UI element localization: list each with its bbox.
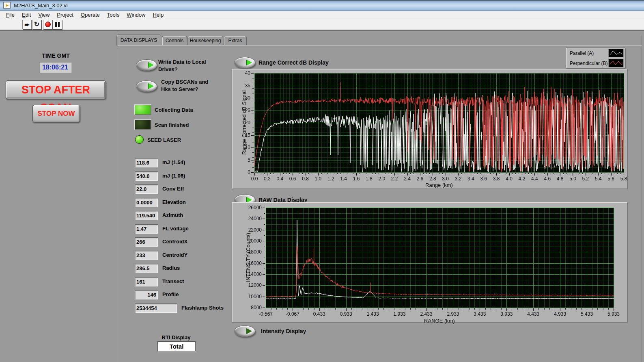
x-axis-title: RANGE (km) [387,318,492,324]
seed-laser-label: SEED LASER [147,137,181,144]
run-arrow-icon: ➨ [24,22,30,28]
value-label: Elevation [162,199,186,205]
rti-display-ring[interactable]: Total [157,341,196,351]
value-box: 22.0 [135,184,158,194]
value-label: Transect [162,278,184,284]
write-data-toggle-label: Write Data to Local Drives? [158,59,227,73]
value-box: 1.47 [135,224,158,234]
toggle-arrow-icon [247,328,252,334]
toggle-arrow-icon [149,62,154,68]
scan-finished-led [134,119,151,130]
menu-view[interactable]: View [34,11,53,18]
labview-app-icon: ➤ [3,2,11,9]
abort-button[interactable] [43,20,52,29]
value-label: CentroidY [162,252,187,258]
menu-operate[interactable]: Operate [77,11,103,18]
y-axis-title: INTENSITY (Counts) [245,209,251,306]
value-label: Azimuth [162,212,183,218]
stop-after-scan-button[interactable]: STOP AFTER SCAN [6,80,106,99]
seed-laser-led [135,135,144,144]
menu-tools[interactable]: Tools [103,11,123,18]
value-box: 233 [135,251,158,260]
value-label: FL voltage [162,225,189,232]
tab-data-displays[interactable]: DATA DISPLAYS [116,35,161,46]
scan-finished-label: Scan finished [155,121,189,129]
menu-bar: File Edit View Project Operate Tools Win… [0,11,644,19]
range-corrected-db-graph: Range Corrected dB Signal Range (km) [232,69,628,189]
tab-housekeeping[interactable]: Housekeeping [187,36,223,45]
front-panel: TIME GMT 18:06:21 STOP AFTER SCAN STOP N… [0,30,644,362]
rti-display-label: RTI Display [157,334,196,340]
value-label: Radius [162,265,180,271]
stop-now-button[interactable]: STOP NOW [32,105,80,122]
pause-icon [55,22,60,27]
time-gmt-label: TIME GMT [34,52,77,59]
menu-help[interactable]: Help [149,11,167,18]
window-title: M2HATS_Main_3.02.vi [14,2,68,9]
tab-extras[interactable]: Extras [224,36,247,45]
menu-file[interactable]: File [2,11,18,18]
value-box: 119.540 [135,211,158,220]
legend-line-sample-white[interactable] [608,49,624,57]
copy-bscans-toggle-label: Copy BSCANs and Hks to Server? [161,78,230,93]
value-label: mJ (1.54) [162,159,185,165]
value-label: mJ (1.06) [162,173,185,179]
continuous-run-icon: ↻ [34,21,39,28]
run-button[interactable]: ➨ [22,20,32,29]
menu-window[interactable]: Window [123,11,149,18]
intensity-display-label: Intensity Display [261,328,306,334]
value-label: Conv Eff [162,186,184,192]
value-box: 266 [135,237,158,247]
vi-toolbar: ➨ ↻ [0,19,644,30]
legend-parallel-a[interactable]: Parallel (A) [566,48,625,58]
pause-button[interactable] [53,20,62,29]
tab-control-right-edge [641,35,642,362]
labview-front-panel: ➤ M2HATS_Main_3.02.vi File Edit View Pro… [0,0,644,362]
value-label: Profile [162,291,179,297]
value-box: 2534454 [135,303,177,313]
toggle-arrow-icon [247,60,252,65]
tab-page-edge [118,46,642,46]
collecting-data-label: Collecting Data [155,106,193,114]
raw-data-graph: INTENSITY (Counts) RANGE (km) [232,202,628,323]
value-box: 161 [135,277,158,286]
panel-divider [118,30,118,362]
range-correct-display-toggle[interactable] [234,57,255,68]
value-box: 118.6 [135,158,158,167]
copy-bscans-toggle[interactable] [136,80,157,92]
intensity-display-toggle[interactable] [234,325,255,337]
raw-data-plot [233,203,627,322]
plot-legend: Parallel (A) Perpendicular (B) [566,48,625,68]
x-axis-title: Range (km) [386,182,492,188]
legend-label: Perpendicular (B) [570,61,608,66]
legend-label: Parallel (A) [570,50,608,56]
toggle-arrow-icon [149,83,154,89]
title-bar: ➤ M2HATS_Main_3.02.vi [0,0,644,11]
value-label: CentroidX [162,238,187,245]
write-data-toggle[interactable] [136,59,157,71]
menu-project[interactable]: Project [53,11,77,18]
value-box: 286.5 [135,264,158,273]
value-box: 0.0000 [135,198,158,207]
range-correct-display-label: Range Correct dB Display [258,59,329,66]
collecting-data-led [134,104,151,115]
abort-stop-icon [45,22,51,27]
value-label: Flashlamp Shots [181,305,224,311]
legend-line-sample-red[interactable] [608,59,624,67]
value-box: 540.0 [135,171,158,181]
range-corrected-db-plot [233,69,627,189]
menu-edit[interactable]: Edit [18,11,34,18]
time-gmt-indicator: 18:06:21 [39,62,71,73]
legend-perpendicular-b[interactable]: Perpendicular (B) [566,58,625,68]
run-continuously-button[interactable]: ↻ [32,20,41,29]
tab-controls[interactable]: Controls [162,36,187,45]
y-axis-title: Range Corrected dB Signal [241,74,247,171]
value-box: 146 [135,290,158,299]
